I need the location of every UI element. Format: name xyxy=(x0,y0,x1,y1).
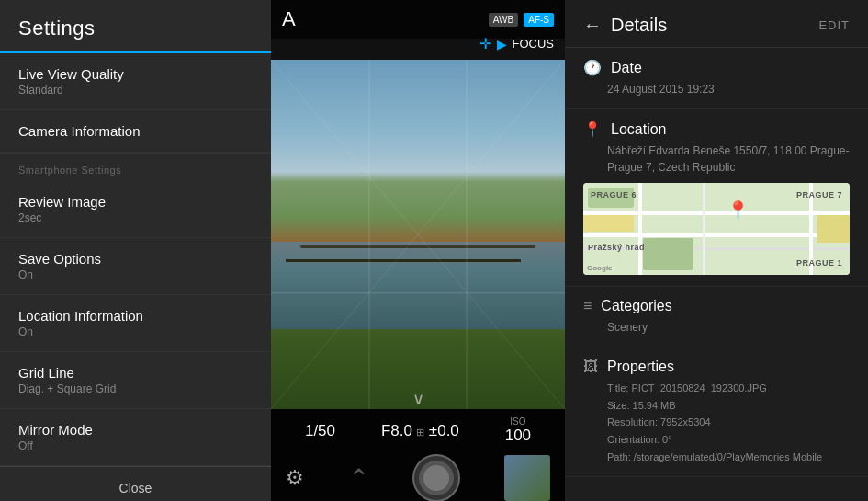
settings-item-live-view-quality[interactable]: Live View Quality Standard xyxy=(0,53,271,110)
map-label-prague1: PRAGUE 1 xyxy=(796,258,842,268)
settings-item-camera-information[interactable]: Camera Information xyxy=(0,110,271,153)
date-section-title: Date xyxy=(611,60,642,76)
categories-section-title: Categories xyxy=(601,298,671,314)
camera-params: 1/50 F8.0 ⊞ ±0.0 ISO 100 xyxy=(271,409,565,449)
map-label-hrad: Pražský hrad xyxy=(588,243,645,252)
mirror-mode-label: Mirror Mode xyxy=(18,422,253,438)
focus-cross-icon: ✛ xyxy=(479,35,491,52)
clock-icon: 🕐 xyxy=(583,59,602,76)
details-header: ← Details EDIT xyxy=(565,0,868,48)
location-section-title: Location xyxy=(611,121,667,138)
iso-param: ISO 100 xyxy=(505,416,531,445)
location-section: 📍 Location Nábřeží Edvarda Beneše 1550/7… xyxy=(565,109,868,287)
location-pin-icon: 📍 xyxy=(583,120,602,138)
shutter-dot xyxy=(423,465,449,491)
camera-controls: ⚙ ⌃ xyxy=(271,449,565,501)
live-view-quality-value: Standard xyxy=(18,84,253,97)
settings-header: Settings xyxy=(0,0,271,53)
settings-item-review-image[interactable]: Review Image 2sec xyxy=(0,181,271,238)
edit-button[interactable]: EDIT xyxy=(818,18,850,32)
close-button[interactable]: Close xyxy=(0,466,271,501)
shutter-speed-param: 1/50 xyxy=(305,422,335,440)
details-title: Details xyxy=(611,15,667,36)
location-address: Nábřeží Edvarda Beneše 1550/7, 118 00 Pr… xyxy=(583,142,850,176)
details-header-left: ← Details xyxy=(583,15,667,36)
settings-item-mirror-mode[interactable]: Mirror Mode Off xyxy=(0,409,271,466)
camera-bottom-bar: 1/50 F8.0 ⊞ ±0.0 ISO 100 ⚙ ⌃ xyxy=(271,409,565,501)
save-options-value: On xyxy=(18,268,253,281)
save-options-label: Save Options xyxy=(18,251,253,267)
review-image-value: 2sec xyxy=(18,211,253,224)
properties-section-header: 🖼 Properties xyxy=(583,359,850,375)
back-arrow-icon[interactable]: ← xyxy=(583,15,602,36)
camera-viewfinder xyxy=(271,60,565,409)
close-label: Close xyxy=(119,481,152,495)
focus-row: ✛ ▶ FOCUS xyxy=(479,35,555,52)
location-section-header: 📍 Location xyxy=(583,120,850,138)
categories-section: ≡ Categories Scenery xyxy=(565,287,868,347)
awb-badge: AWB xyxy=(489,13,518,27)
camera-top-bar: A AWB AF-S xyxy=(271,0,565,39)
ev-value: ±0.0 xyxy=(429,422,459,439)
focus-arrow-icon: ▶ xyxy=(497,37,507,51)
settings-item-grid-line[interactable]: Grid Line Diag. + Square Grid xyxy=(0,352,271,409)
categories-section-header: ≡ Categories xyxy=(583,298,850,314)
map-pin-icon: 📍 xyxy=(727,199,750,222)
categories-list-icon: ≡ xyxy=(583,298,592,314)
chevron-down-icon[interactable]: ∨ xyxy=(412,389,424,409)
camera-top-right: AWB AF-S xyxy=(489,13,554,27)
afs-badge: AF-S xyxy=(524,13,554,27)
settings-item-location-information[interactable]: Location Information On xyxy=(0,295,271,352)
grid-line-value: Diag. + Square Grid xyxy=(18,382,253,395)
details-panel: ← Details EDIT 🕐 Date 24 August 2015 19:… xyxy=(565,0,868,501)
camera-panel: A AWB AF-S ✛ ▶ FOCUS ∨ xyxy=(271,0,565,501)
wheel-up-icon[interactable]: ⌃ xyxy=(348,463,369,494)
shutter-button[interactable] xyxy=(412,454,460,501)
property-title: Title: PICT_20150824_192300.JPG xyxy=(607,380,850,397)
grid-line-label: Grid Line xyxy=(18,365,253,381)
camera-information-label: Camera Information xyxy=(18,123,253,139)
categories-value: Scenery xyxy=(583,319,850,336)
review-image-label: Review Image xyxy=(18,194,253,210)
thumbnail-preview[interactable] xyxy=(504,455,550,501)
shutter-speed-value: 1/50 xyxy=(305,422,335,439)
date-section: 🕐 Date 24 August 2015 19:23 xyxy=(565,48,868,109)
property-size: Size: 15.94 MB xyxy=(607,397,850,415)
camera-mode-label: A xyxy=(282,7,296,31)
iso-label: ISO xyxy=(505,416,531,427)
date-value: 24 August 2015 19:23 xyxy=(583,81,850,97)
map-placeholder[interactable]: PRAGUE 6 PRAGUE 7 Pražský hrad PRAGUE 1 … xyxy=(583,183,850,275)
settings-item-save-options[interactable]: Save Options On xyxy=(0,238,271,295)
shutter-inner xyxy=(419,461,454,495)
properties-section: 🖼 Properties Title: PICT_20150824_192300… xyxy=(565,347,868,477)
properties-image-icon: 🖼 xyxy=(583,359,598,375)
settings-title: Settings xyxy=(18,17,96,40)
map-label-prague7: PRAGUE 7 xyxy=(796,190,842,199)
date-section-header: 🕐 Date xyxy=(583,59,850,76)
map-label-prague6: PRAGUE 6 xyxy=(591,190,637,199)
live-view-quality-label: Live View Quality xyxy=(18,66,253,82)
property-path: Path: /storage/emulated/0/PlayMemories M… xyxy=(607,449,850,466)
settings-wrench-icon[interactable]: ⚙ xyxy=(286,466,304,490)
properties-section-title: Properties xyxy=(607,359,674,375)
location-information-value: On xyxy=(18,325,253,338)
smartphone-settings-label: Smartphone Settings xyxy=(0,153,271,181)
map-inner: PRAGUE 6 PRAGUE 7 Pražský hrad PRAGUE 1 … xyxy=(583,183,850,275)
property-resolution: Resolution: 7952x5304 xyxy=(607,414,850,431)
google-watermark: Google xyxy=(587,264,613,272)
ev-icon: ⊞ xyxy=(416,427,424,438)
location-information-label: Location Information xyxy=(18,308,253,324)
mirror-mode-value: Off xyxy=(18,439,253,452)
iso-value: 100 xyxy=(505,427,531,445)
focus-label: FOCUS xyxy=(513,37,555,51)
property-orientation: Orientation: 0° xyxy=(607,431,850,449)
settings-panel: Settings Live View Quality Standard Came… xyxy=(0,0,271,501)
aperture-param: F8.0 ⊞ ±0.0 xyxy=(381,422,459,440)
aperture-value: F8.0 xyxy=(381,422,412,439)
properties-content: Title: PICT_20150824_192300.JPG Size: 15… xyxy=(583,380,850,465)
